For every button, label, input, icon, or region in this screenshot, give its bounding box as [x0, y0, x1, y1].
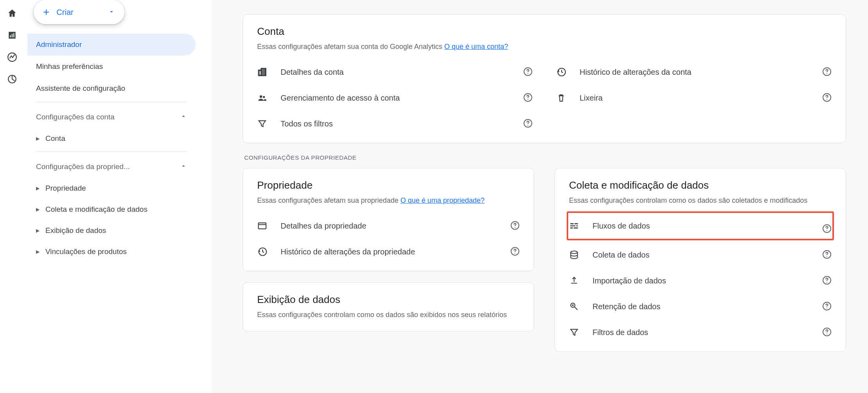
svg-point-9: [263, 96, 265, 98]
help-icon[interactable]: [822, 67, 832, 78]
row-property-history[interactable]: Histórico de alterações da propriedade: [257, 239, 520, 265]
data-display-card: Exibição de dados Essas configurações co…: [243, 282, 534, 332]
svg-point-22: [572, 305, 574, 306]
nav-preferences[interactable]: Minhas preferências: [27, 56, 196, 78]
svg-rect-14: [258, 223, 266, 229]
help-icon[interactable]: [822, 250, 832, 260]
home-icon[interactable]: [7, 8, 18, 19]
row-account-history[interactable]: Histórico de alterações da conta: [556, 59, 832, 85]
chevron-right-icon: ▶: [36, 228, 45, 233]
row-data-retention[interactable]: Retenção de dados: [569, 294, 832, 319]
row-label: Retenção de dados: [592, 302, 822, 311]
row-account-details[interactable]: Detalhes da conta: [257, 59, 533, 85]
help-icon[interactable]: [510, 247, 520, 257]
history-icon: [556, 67, 580, 77]
svg-point-8: [260, 96, 263, 98]
display-card-subtitle: Essas configurações controlam como os da…: [257, 310, 520, 320]
data-card-subtitle: Essas configurações controlam como os da…: [569, 195, 832, 206]
svg-point-18: [571, 251, 577, 254]
section-account-label: Configurações da conta: [36, 113, 115, 121]
explore-icon[interactable]: [7, 52, 18, 63]
admin-main-content: Conta Essas configurações afetam sua con…: [211, 0, 868, 393]
sidebar-item-conta[interactable]: ▶ Conta: [27, 128, 196, 149]
property-section-label: CONFIGURAÇÕES DA PROPRIEDADE: [244, 154, 846, 161]
help-icon[interactable]: [822, 93, 832, 103]
chevron-right-icon: ▶: [36, 207, 45, 212]
help-icon[interactable]: [523, 67, 533, 78]
row-label: Lixeira: [580, 94, 822, 103]
data-card-title: Coleta e modificação de dados: [569, 179, 832, 191]
account-card: Conta Essas configurações afetam sua con…: [243, 14, 846, 143]
row-label: Histórico de alterações da propriedade: [281, 247, 510, 256]
sidebar-item-coleta[interactable]: ▶ Coleta e modificação de dados: [27, 199, 196, 220]
display-card-title: Exibição de dados: [257, 294, 520, 306]
advertising-icon[interactable]: [7, 74, 18, 85]
property-card-title: Propriedade: [257, 179, 520, 191]
data-collection-card: Coleta e modificação de dados Essas conf…: [555, 168, 846, 352]
row-trash[interactable]: Lixeira: [556, 85, 832, 111]
account-sub-link[interactable]: O que é uma conta?: [444, 43, 508, 50]
dropdown-icon: [108, 8, 115, 16]
help-icon[interactable]: [510, 221, 520, 231]
chevron-right-icon: ▶: [36, 186, 45, 191]
sidebar-vinculacoes-label: Vinculações de produtos: [45, 247, 127, 256]
svg-rect-0: [10, 35, 11, 37]
history-icon: [257, 247, 281, 257]
row-property-details[interactable]: Detalhes da propriedade: [257, 213, 520, 239]
help-icon[interactable]: [822, 301, 832, 312]
row-account-access[interactable]: Gerenciamento de acesso à conta: [257, 85, 533, 111]
chevron-up-icon: [180, 113, 187, 122]
chevron-up-icon: [180, 162, 187, 171]
nav-prefs-label: Minhas preferências: [36, 62, 103, 71]
sidebar-item-exibicao[interactable]: ▶ Exibição de dados: [27, 220, 196, 241]
left-icon-rail: [0, 0, 24, 393]
help-icon[interactable]: [523, 119, 533, 129]
row-label: Fluxos de dados: [592, 222, 832, 231]
help-icon[interactable]: [523, 93, 533, 103]
account-sub-text: Essas configurações afetam sua conta do …: [257, 43, 444, 50]
nav-setup-assistant[interactable]: Assistente de configuração: [27, 78, 196, 99]
help-icon[interactable]: [822, 276, 832, 286]
nav-assistant-label: Assistente de configuração: [36, 84, 125, 93]
section-property-settings[interactable]: Configurações da propried...: [27, 156, 196, 178]
row-label: Filtros de dados: [592, 328, 822, 337]
people-icon: [257, 93, 281, 103]
section-account-settings[interactable]: Configurações da conta: [27, 106, 196, 128]
row-label: Gerenciamento de acesso à conta: [281, 94, 523, 103]
sidebar-item-vinculacoes[interactable]: ▶ Vinculações de produtos: [27, 241, 196, 262]
trash-icon: [556, 93, 580, 103]
retention-icon: [569, 301, 592, 312]
sidebar-item-propriedade[interactable]: ▶ Propriedade: [27, 178, 196, 199]
sidebar-conta-label: Conta: [45, 134, 65, 143]
building-icon: [257, 67, 281, 77]
row-data-streams[interactable]: Fluxos de dados: [569, 213, 832, 239]
section-property-label: Configurações da propried...: [36, 162, 130, 171]
row-all-filters[interactable]: Todos os filtros: [257, 111, 533, 137]
nav-administrator[interactable]: Administrador: [27, 34, 196, 56]
highlight-annotation: Fluxos de dados: [567, 211, 834, 240]
plus-icon: +: [43, 7, 49, 18]
webpage-icon: [257, 221, 281, 231]
help-icon[interactable]: [822, 224, 832, 234]
row-label: Coleta de dados: [592, 251, 822, 260]
property-sub-text: Essas configurações afetam sua proprieda…: [257, 196, 400, 204]
upload-icon: [569, 276, 592, 286]
help-icon[interactable]: [822, 327, 832, 338]
property-card-subtitle: Essas configurações afetam sua proprieda…: [257, 195, 520, 206]
account-card-subtitle: Essas configurações afetam sua conta do …: [257, 41, 832, 52]
row-label: Detalhes da propriedade: [281, 222, 510, 231]
row-data-collection[interactable]: Coleta de dados: [569, 242, 832, 268]
reports-icon[interactable]: [7, 30, 18, 41]
svg-rect-2: [13, 33, 14, 38]
admin-sidebar: + Criar Administrador Minhas preferência…: [24, 0, 211, 393]
row-label: Todos os filtros: [281, 119, 523, 128]
property-sub-link[interactable]: O que é uma propriedade?: [400, 196, 484, 204]
sidebar-propriedade-label: Propriedade: [45, 184, 86, 193]
create-button[interactable]: + Criar: [34, 0, 124, 24]
row-label: Importação de dados: [592, 276, 822, 285]
create-button-label: Criar: [56, 8, 73, 17]
row-data-import[interactable]: Importação de dados: [569, 268, 832, 294]
sidebar-exibicao-label: Exibição de dados: [45, 226, 106, 235]
filter-icon: [257, 119, 281, 129]
row-data-filters[interactable]: Filtros de dados: [569, 319, 832, 345]
